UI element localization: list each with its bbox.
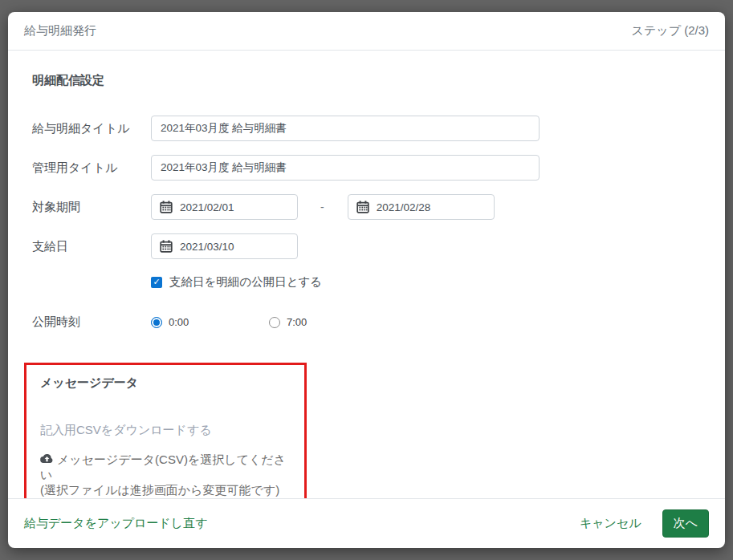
publish-time-label: 公開時刻 [32, 314, 151, 330]
radio-selected-icon[interactable] [151, 317, 162, 328]
period-end-date-input[interactable]: 2021/02/28 [348, 194, 495, 220]
calendar-icon [160, 240, 173, 253]
cancel-link[interactable]: キャンセル [580, 516, 641, 531]
publish-date-checkbox-label[interactable]: 支給日を明細の公開日とする [169, 274, 322, 290]
period-start-date-value: 2021/02/01 [180, 201, 234, 213]
dialog-title: 給与明細発行 [24, 23, 96, 39]
dialog-header: 給与明細発行 ステップ (2/3) [8, 12, 725, 51]
payment-date-row: 支給日 2021/03/10 [32, 233, 709, 259]
publish-time-option-0-label: 0:00 [169, 316, 189, 328]
payment-date-input[interactable]: 2021/03/10 [151, 233, 298, 259]
calendar-icon [356, 201, 369, 213]
cloud-upload-icon [40, 453, 54, 465]
calendar-icon [160, 201, 173, 213]
target-period-row: 対象期間 2021/02/01 - [32, 194, 709, 220]
delivery-settings-heading: 明細配信設定 [32, 73, 709, 88]
period-separator: - [320, 201, 324, 213]
publish-time-option-1-label: 7:00 [287, 316, 307, 328]
payslip-title-input[interactable] [151, 116, 540, 141]
message-data-heading: メッセージデータ [40, 375, 295, 391]
csv-upload-area[interactable]: メッセージデータ(CSV)を選択してください (選択ファイルは進捗画面から変更可… [40, 452, 295, 497]
footer-actions: キャンセル 次へ [580, 509, 709, 538]
admin-title-row: 管理用タイトル [32, 155, 709, 181]
admin-title-label: 管理用タイトル [32, 160, 151, 176]
check-icon: ✓ [153, 278, 160, 286]
period-end-date-value: 2021/02/28 [377, 201, 431, 213]
upload-prompt-text-1: メッセージデータ(CSV)を選択してください [40, 452, 286, 481]
payslip-issue-dialog: 給与明細発行 ステップ (2/3) 明細配信設定 給与明細タイトル 管理用タイト… [8, 12, 725, 548]
publish-date-checkbox[interactable]: ✓ [151, 277, 162, 288]
next-button[interactable]: 次へ [662, 509, 709, 538]
admin-title-input[interactable] [151, 155, 540, 181]
publish-time-row: 公開時刻 0:00 7:00 [32, 314, 709, 330]
publish-time-option-0[interactable]: 0:00 [151, 316, 269, 328]
payslip-title-row: 給与明細タイトル [32, 116, 709, 141]
period-start-date-input[interactable]: 2021/02/01 [151, 194, 298, 220]
dialog-body: 明細配信設定 給与明細タイトル 管理用タイトル 対象期間 [8, 51, 725, 498]
upload-prompt-line2: (選択ファイルは進捗画面から変更可能です) [40, 483, 295, 498]
dialog-footer: 給与データをアップロードし直す キャンセル 次へ [8, 498, 725, 548]
message-data-highlight-box: メッセージデータ 記入用CSVをダウンロードする メッセージデータ(CSV)を選… [24, 363, 307, 498]
reupload-payroll-data-link[interactable]: 給与データをアップロードし直す [24, 516, 208, 531]
payslip-title-label: 給与明細タイトル [32, 121, 151, 136]
step-indicator: ステップ (2/3) [632, 23, 709, 39]
publish-time-option-1[interactable]: 7:00 [269, 316, 307, 328]
payment-date-label: 支給日 [32, 239, 151, 254]
payment-date-value: 2021/03/10 [180, 241, 234, 253]
upload-prompt-text-2: (選択ファイルは進捗画面から変更可能です) [40, 483, 279, 497]
download-csv-link[interactable]: 記入用CSVをダウンロードする [40, 423, 295, 438]
radio-unselected-icon[interactable] [269, 317, 280, 328]
upload-prompt-line1: メッセージデータ(CSV)を選択してください [40, 452, 295, 483]
publish-date-checkbox-row: ✓ 支給日を明細の公開日とする [151, 274, 709, 290]
target-period-label: 対象期間 [32, 200, 151, 215]
